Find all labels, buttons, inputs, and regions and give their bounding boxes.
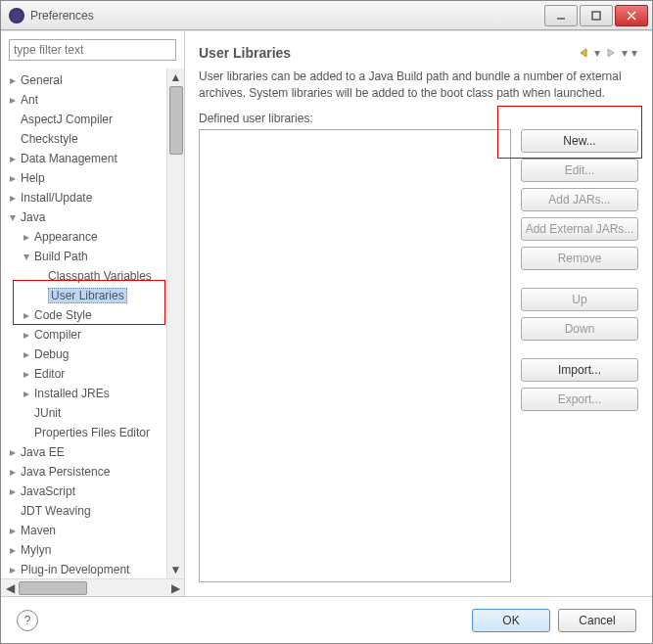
- window-controls: [544, 5, 648, 26]
- tree-item[interactable]: ▸General: [1, 70, 166, 90]
- chevron-right-icon[interactable]: ▸: [7, 94, 19, 106]
- chevron-right-icon[interactable]: ▸: [7, 153, 19, 164]
- chevron-right-icon[interactable]: ▸: [7, 485, 19, 497]
- tree-item[interactable]: ▸Installed JREs: [1, 384, 166, 403]
- tree-item[interactable]: JDT Weaving: [1, 501, 166, 521]
- titlebar: Preferences: [1, 1, 652, 30]
- chevron-right-icon[interactable]: ▸: [21, 348, 32, 360]
- tree-item-label: Plug-in Development: [21, 563, 129, 576]
- tree-item[interactable]: ▸Appearance: [1, 227, 166, 247]
- svg-rect-1: [592, 12, 600, 20]
- nav-menu-button[interactable]: ▾: [630, 45, 638, 61]
- nav-back-button[interactable]: [576, 45, 591, 61]
- filter-input[interactable]: [9, 39, 176, 61]
- tree-item[interactable]: Properties Files Editor: [1, 423, 166, 442]
- tree-item[interactable]: ▸Editor: [1, 364, 166, 384]
- tree-item[interactable]: User Libraries: [1, 286, 166, 305]
- vscroll-thumb[interactable]: [169, 86, 183, 155]
- scroll-down-icon[interactable]: ▼: [169, 563, 183, 576]
- tree-item-label: Properties Files Editor: [34, 426, 150, 439]
- chevron-right-icon[interactable]: ▸: [21, 368, 32, 380]
- export-button[interactable]: Export...: [521, 388, 638, 411]
- sidebar: ▸General▸AntAspectJ CompilerCheckstyle▸D…: [1, 31, 185, 596]
- tree-item-label: Checkstyle: [21, 132, 78, 146]
- chevron-right-icon[interactable]: ▸: [7, 172, 19, 184]
- tree-item-label: JUnit: [34, 406, 61, 420]
- tree-item-label: Editor: [34, 367, 65, 381]
- tree-vscrollbar[interactable]: ▲ ▼: [166, 69, 184, 578]
- tree-hscrollbar[interactable]: ◀ ▶: [1, 578, 184, 596]
- edit-button[interactable]: Edit...: [521, 159, 638, 182]
- panel-header: User Libraries ▾ ▾ ▾: [199, 45, 638, 61]
- tree-item[interactable]: ▸Java EE: [1, 442, 166, 462]
- right-panel: User Libraries ▾ ▾ ▾ User libraries can …: [185, 31, 652, 596]
- tree-item[interactable]: ▸Ant: [1, 90, 166, 110]
- chevron-right-icon[interactable]: ▸: [7, 192, 19, 204]
- tree-item-label: Java Persistence: [21, 465, 110, 479]
- footer: ? OK Cancel: [1, 596, 652, 643]
- new-button[interactable]: New...: [521, 129, 638, 153]
- nav-forward-menu[interactable]: ▾: [621, 45, 629, 61]
- tree-item[interactable]: AspectJ Compiler: [1, 110, 166, 129]
- tree-item-label: Help: [21, 171, 45, 185]
- chevron-right-icon[interactable]: ▸: [21, 388, 32, 399]
- scroll-up-icon[interactable]: ▲: [169, 70, 183, 84]
- minimize-button[interactable]: [544, 5, 578, 26]
- down-button[interactable]: Down: [521, 317, 638, 341]
- up-button[interactable]: Up: [521, 288, 638, 311]
- scroll-left-icon[interactable]: ◀: [3, 581, 17, 595]
- tree-item[interactable]: ▸Compiler: [1, 325, 166, 345]
- chevron-right-icon[interactable]: ▸: [21, 231, 32, 243]
- nav-back-menu[interactable]: ▾: [593, 45, 601, 61]
- tree-item[interactable]: ▸Debug: [1, 345, 166, 364]
- tree-item[interactable]: JUnit: [1, 403, 166, 423]
- close-button[interactable]: [615, 5, 648, 26]
- window-title: Preferences: [30, 9, 544, 23]
- app-icon: [9, 8, 24, 23]
- chevron-right-icon[interactable]: ▸: [7, 564, 19, 575]
- add-jars-button[interactable]: Add JARs...: [521, 188, 638, 211]
- nav-forward-button[interactable]: [603, 45, 619, 61]
- tree-item-label: Build Path: [34, 250, 88, 263]
- tree-item[interactable]: Classpath Variables: [1, 266, 166, 286]
- tree-item[interactable]: ▸Help: [1, 168, 166, 188]
- tree-item-label: Debug: [34, 347, 69, 361]
- panel-nav: ▾ ▾ ▾: [576, 45, 638, 61]
- tree-item[interactable]: ▸Plug-in Development: [1, 560, 166, 578]
- maximize-button[interactable]: [580, 5, 613, 26]
- tree-item[interactable]: ▸Java Persistence: [1, 462, 166, 482]
- tree-item-label: Data Management: [21, 152, 117, 165]
- add-external-jars-button[interactable]: Add External JARs...: [521, 217, 638, 241]
- help-button[interactable]: ?: [17, 610, 38, 631]
- tree-item[interactable]: ▾Build Path: [1, 247, 166, 266]
- tree-item[interactable]: ▸JavaScript: [1, 482, 166, 501]
- cancel-button[interactable]: Cancel: [558, 609, 636, 632]
- chevron-right-icon[interactable]: ▸: [7, 466, 19, 478]
- chevron-right-icon[interactable]: ▸: [21, 329, 32, 341]
- tree-item[interactable]: ▾Java: [1, 207, 166, 227]
- chevron-down-icon[interactable]: ▾: [21, 251, 32, 262]
- tree-item-label: Code Style: [34, 308, 92, 322]
- tree-item[interactable]: ▸Mylyn: [1, 540, 166, 560]
- panel-description: User libraries can be added to a Java Bu…: [199, 69, 638, 102]
- chevron-down-icon[interactable]: ▾: [7, 211, 19, 223]
- tree-item[interactable]: ▸Maven: [1, 521, 166, 540]
- import-button[interactable]: Import...: [521, 358, 638, 382]
- tree-item[interactable]: ▸Code Style: [1, 305, 166, 325]
- chevron-right-icon[interactable]: ▸: [7, 544, 19, 556]
- tree-item[interactable]: Checkstyle: [1, 129, 166, 149]
- tree-item[interactable]: ▸Install/Update: [1, 188, 166, 207]
- scroll-right-icon[interactable]: ▶: [168, 581, 182, 595]
- tree-item-label: Java: [21, 210, 45, 224]
- chevron-right-icon[interactable]: ▸: [21, 309, 32, 321]
- chevron-right-icon[interactable]: ▸: [7, 446, 19, 458]
- user-libraries-list[interactable]: [199, 129, 511, 582]
- tree-item[interactable]: ▸Data Management: [1, 149, 166, 168]
- ok-button[interactable]: OK: [472, 609, 550, 632]
- chevron-right-icon[interactable]: ▸: [7, 74, 19, 86]
- remove-button[interactable]: Remove: [521, 247, 638, 270]
- chevron-right-icon[interactable]: ▸: [7, 525, 19, 536]
- hscroll-thumb[interactable]: [19, 581, 87, 595]
- tree-item-label: General: [21, 73, 63, 87]
- preferences-tree[interactable]: ▸General▸AntAspectJ CompilerCheckstyle▸D…: [1, 69, 166, 578]
